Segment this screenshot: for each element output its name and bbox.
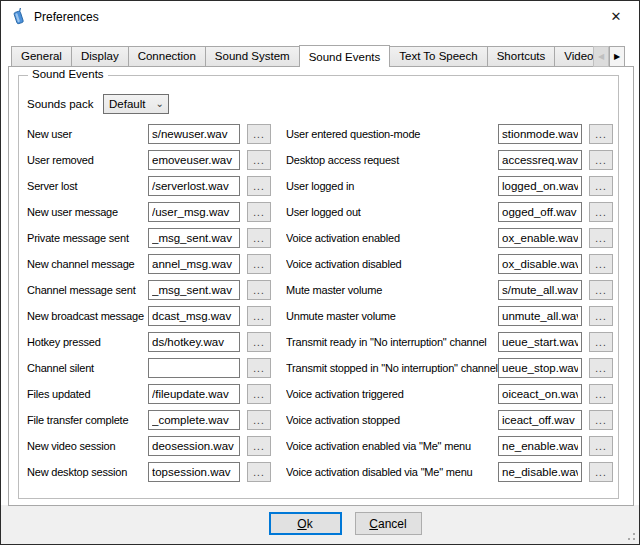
sound-file-input[interactable] xyxy=(498,358,582,378)
browse-button[interactable]: ... xyxy=(589,306,613,326)
tab-shortcuts[interactable]: Shortcuts xyxy=(488,46,556,67)
browse-button[interactable]: ... xyxy=(589,254,613,274)
sound-file-input[interactable] xyxy=(498,306,582,326)
browse-button[interactable]: ... xyxy=(589,124,613,144)
tab-sound-system[interactable]: Sound System xyxy=(206,46,300,67)
sound-file-input[interactable] xyxy=(148,124,240,144)
browse-button[interactable]: ... xyxy=(589,202,613,222)
sound-event-label: File transfer complete xyxy=(27,414,148,426)
sound-file-input[interactable] xyxy=(148,462,240,482)
browse-button[interactable]: ... xyxy=(589,436,613,456)
sound-event-label: Voice activation disabled via "Me" menu xyxy=(286,466,498,478)
row-channel-silent: Channel silent ... xyxy=(27,355,279,381)
sound-file-input[interactable] xyxy=(498,228,582,248)
sound-event-label: Voice activation disabled xyxy=(286,258,498,270)
browse-button[interactable]: ... xyxy=(247,462,271,482)
sound-file-input[interactable] xyxy=(498,254,582,274)
browse-button[interactable]: ... xyxy=(247,384,271,404)
tab-scroll-left-icon[interactable]: ◀ xyxy=(593,46,609,67)
sound-file-input[interactable] xyxy=(498,124,582,144)
cancel-button[interactable]: Cancel xyxy=(355,512,422,535)
ok-accel: O xyxy=(297,517,306,531)
sound-event-label: User logged out xyxy=(286,206,498,218)
sound-file-input[interactable] xyxy=(498,410,582,430)
browse-button[interactable]: ... xyxy=(247,124,271,144)
sound-event-label: Hotkey pressed xyxy=(27,336,148,348)
browse-button[interactable]: ... xyxy=(247,280,271,300)
browse-button[interactable]: ... xyxy=(589,462,613,482)
sound-file-input[interactable] xyxy=(498,332,582,352)
sound-file-input[interactable] xyxy=(148,228,240,248)
browse-button[interactable]: ... xyxy=(589,150,613,170)
browse-button[interactable]: ... xyxy=(247,410,271,430)
browse-button[interactable]: ... xyxy=(247,254,271,274)
sound-event-label: New video session xyxy=(27,440,148,452)
sound-file-input[interactable] xyxy=(498,176,582,196)
sound-file-input[interactable] xyxy=(148,358,240,378)
browse-button[interactable]: ... xyxy=(247,176,271,196)
browse-button[interactable]: ... xyxy=(247,436,271,456)
cancel-label-rest: ancel xyxy=(378,517,407,531)
sound-file-input[interactable] xyxy=(148,202,240,222)
sound-event-label: User removed xyxy=(27,154,148,166)
browse-button[interactable]: ... xyxy=(247,150,271,170)
sound-file-input[interactable] xyxy=(148,254,240,274)
sound-event-label: New broadcast message xyxy=(27,310,148,322)
browse-button[interactable]: ... xyxy=(247,332,271,352)
row-desktop-access-request: Desktop access request ... xyxy=(286,147,613,173)
tab-text-to-speech[interactable]: Text To Speech xyxy=(390,46,487,67)
sound-event-label: Channel silent xyxy=(27,362,148,374)
dialog-button-bar: Ok Cancel xyxy=(1,505,640,544)
browse-button[interactable]: ... xyxy=(589,358,613,378)
app-walkie-talkie-icon xyxy=(10,8,27,25)
sound-file-input[interactable] xyxy=(498,436,582,456)
row-transmit-stopped-no-interruption: Transmit stopped in "No interruption" ch… xyxy=(286,355,613,381)
row-voice-activation-enabled-me-menu: Voice activation enabled via "Me" menu .… xyxy=(286,433,613,459)
row-user-entered-question-mode: User entered question-mode ... xyxy=(286,121,613,147)
sound-file-input[interactable] xyxy=(148,306,240,326)
sound-event-label: User entered question-mode xyxy=(286,128,498,140)
sound-file-input[interactable] xyxy=(148,384,240,404)
browse-button[interactable]: ... xyxy=(589,384,613,404)
sound-event-label: Channel message sent xyxy=(27,284,148,296)
row-voice-activation-stopped: Voice activation stopped ... xyxy=(286,407,613,433)
browse-button[interactable]: ... xyxy=(247,202,271,222)
sound-file-input[interactable] xyxy=(498,280,582,300)
sound-file-input[interactable] xyxy=(498,202,582,222)
sound-file-input[interactable] xyxy=(498,150,582,170)
close-icon[interactable]: ✕ xyxy=(593,1,639,32)
ok-button[interactable]: Ok xyxy=(269,512,342,535)
tab-scroll-right-icon[interactable]: ▶ xyxy=(609,46,625,67)
sound-event-label: Private message sent xyxy=(27,232,148,244)
sounds-pack-select[interactable]: Default ⌄ xyxy=(103,94,169,114)
title-bar: Preferences ✕ xyxy=(1,1,639,32)
sound-file-input[interactable] xyxy=(148,436,240,456)
browse-button[interactable]: ... xyxy=(247,358,271,378)
sound-file-input[interactable] xyxy=(148,280,240,300)
sound-file-input[interactable] xyxy=(148,176,240,196)
tab-general[interactable]: General xyxy=(11,46,72,67)
sound-file-input[interactable] xyxy=(498,462,582,482)
browse-button[interactable]: ... xyxy=(589,410,613,430)
tab-connection[interactable]: Connection xyxy=(129,46,206,67)
browse-button[interactable]: ... xyxy=(589,280,613,300)
resize-grip[interactable] xyxy=(633,538,635,540)
sound-events-left-column: New user ... User removed ... Server los… xyxy=(27,121,279,485)
row-files-updated: Files updated ... xyxy=(27,381,279,407)
browse-button[interactable]: ... xyxy=(589,228,613,248)
sound-file-input[interactable] xyxy=(148,150,240,170)
tab-display[interactable]: Display xyxy=(72,46,129,67)
browse-button[interactable]: ... xyxy=(247,228,271,248)
tab-sound-events[interactable]: Sound Events xyxy=(299,45,391,67)
row-new-channel-message: New channel message ... xyxy=(27,251,279,277)
row-new-desktop-session: New desktop session ... xyxy=(27,459,279,485)
browse-button[interactable]: ... xyxy=(247,306,271,326)
preferences-dialog: Preferences ✕ General Display Connection… xyxy=(0,0,640,545)
sound-file-input[interactable] xyxy=(498,384,582,404)
browse-button[interactable]: ... xyxy=(589,176,613,196)
sound-file-input[interactable] xyxy=(148,332,240,352)
browse-button[interactable]: ... xyxy=(589,332,613,352)
sound-file-input[interactable] xyxy=(148,410,240,430)
sound-event-label: Unmute master volume xyxy=(286,310,498,322)
sound-event-label: New desktop session xyxy=(27,466,148,478)
